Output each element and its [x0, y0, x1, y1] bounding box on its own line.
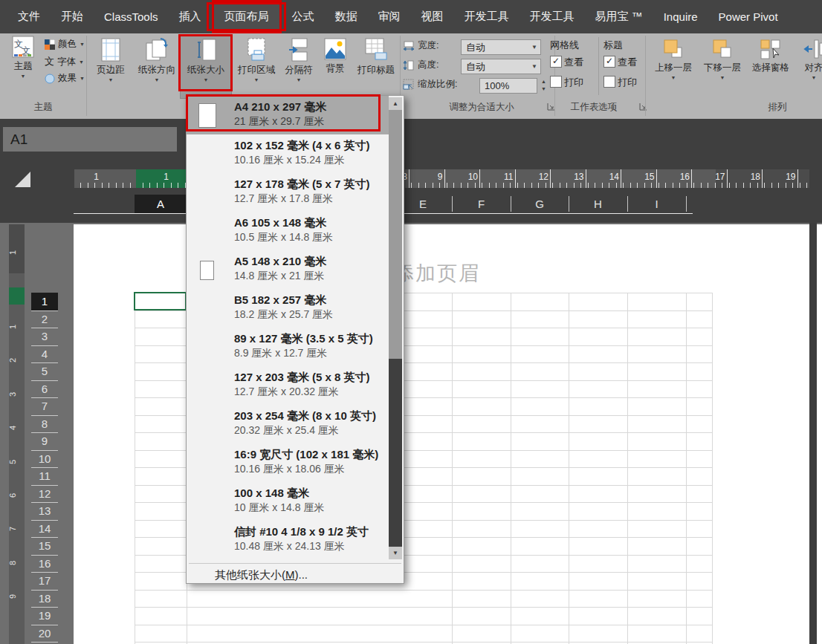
paper-size-button[interactable]: 纸张大小▼: [181, 36, 231, 98]
paper-size-item[interactable]: 16:9 宽尺寸 (102 x 181 毫米)10.16 厘米 x 18.06 …: [187, 443, 389, 482]
width-caret-icon[interactable]: ▼: [531, 44, 537, 51]
paper-size-item[interactable]: 100 x 148 毫米10 厘米 x 14.8 厘米: [187, 482, 389, 521]
row-header-2[interactable]: 2: [31, 310, 58, 328]
tab-开始[interactable]: 开始: [51, 0, 94, 33]
selected-cell-a1[interactable]: [134, 292, 187, 310]
align-button[interactable]: 对齐▼: [795, 36, 822, 98]
select-all-button[interactable]: [15, 172, 30, 187]
sheet-options-dialog-launcher-icon[interactable]: [639, 103, 648, 111]
row-header-8[interactable]: 8: [31, 415, 58, 433]
column-header-H[interactable]: H: [569, 195, 627, 213]
paper-size-item[interactable]: A5 148 x 210 毫米14.8 厘米 x 21 厘米: [187, 250, 389, 289]
scroll-up-icon[interactable]: ▲: [389, 97, 402, 110]
row-header-15[interactable]: 15: [31, 537, 58, 555]
paper-size-item[interactable]: A6 105 x 148 毫米10.5 厘米 x 14.8 厘米: [187, 212, 389, 250]
print-titles-button[interactable]: 打印标题: [353, 36, 399, 98]
row-header-18[interactable]: 18: [31, 590, 58, 608]
tab-易用宝 ™[interactable]: 易用宝 ™: [585, 0, 653, 33]
paper-size-item[interactable]: 127 x 203 毫米 (5 x 8 英寸)12.7 厘米 x 20.32 厘…: [187, 366, 389, 405]
width-field[interactable]: 自动 ▼: [461, 39, 541, 55]
bring-forward-label: 上移一层: [655, 62, 692, 74]
theme-colors-button[interactable]: 颜色▼: [45, 38, 85, 51]
paper-size-item[interactable]: 127 x 178 毫米 (5 x 7 英寸)12.7 厘米 x 17.8 厘米: [187, 173, 389, 212]
theme-fonts-button[interactable]: 文 字体▼: [45, 55, 84, 68]
vruler-number: 2: [8, 358, 17, 362]
paper-size-item[interactable]: 信封 #10 4 1/8 x 9 1/2 英寸10.48 厘米 x 24.13 …: [187, 521, 389, 559]
paper-size-item[interactable]: A4 210 x 297 毫米21 厘米 x 29.7 厘米: [187, 96, 389, 134]
row-header-4[interactable]: 4: [31, 345, 58, 363]
row-header-5[interactable]: 5: [31, 362, 58, 380]
column-header-F[interactable]: F: [452, 195, 511, 213]
print-titles-label: 打印标题: [357, 64, 395, 77]
themes-button[interactable]: 文文 主题 ▼: [6, 36, 40, 98]
row-header-14[interactable]: 14: [31, 520, 58, 538]
vruler-number: 5: [8, 460, 17, 464]
tab-开发工具[interactable]: 开发工具: [454, 0, 520, 33]
row-header-6[interactable]: 6: [31, 380, 58, 398]
selection-pane-button[interactable]: 选择窗格: [748, 36, 794, 98]
tab-审阅[interactable]: 审阅: [368, 0, 411, 33]
add-header-placeholder[interactable]: 添加页眉: [394, 260, 480, 287]
row-header-12[interactable]: 12: [31, 485, 58, 503]
tab-视图[interactable]: 视图: [411, 0, 454, 33]
send-backward-button[interactable]: 下移一层▼: [699, 36, 746, 98]
print-area-button[interactable]: 打印区域▼: [234, 36, 279, 98]
background-button[interactable]: 背景: [319, 36, 352, 98]
worksheet-page[interactable]: [74, 224, 809, 644]
tab-Power Pivot[interactable]: Power Pivot: [708, 0, 789, 33]
breaks-button[interactable]: 分隔符▼: [280, 36, 317, 98]
theme-fonts-icon: 文: [45, 55, 54, 68]
gridlines-view-checkbox[interactable]: ✓: [550, 56, 562, 68]
scale-spinner[interactable]: ▲▼: [541, 78, 546, 93]
row-header-19[interactable]: 19: [31, 607, 58, 625]
paper-size-subtitle: 10 厘米 x 14.8 厘米: [234, 501, 324, 515]
headings-print-checkbox[interactable]: [603, 76, 615, 88]
tab-页面布局[interactable]: 页面布局: [212, 0, 282, 33]
scrollbar-thumb[interactable]: [389, 110, 402, 359]
scroll-down-icon[interactable]: ▼: [389, 547, 402, 559]
row-header-13[interactable]: 13: [31, 502, 58, 520]
row-header-3[interactable]: 3: [31, 328, 58, 345]
paper-size-item[interactable]: B5 182 x 257 毫米18.2 厘米 x 25.7 厘米: [187, 289, 389, 328]
tab-插入[interactable]: 插入: [169, 0, 212, 33]
column-header-A[interactable]: A: [135, 195, 187, 213]
tab-公式[interactable]: 公式: [282, 0, 325, 33]
scale-field[interactable]: 100%: [479, 78, 537, 94]
row-header-16[interactable]: 16: [31, 555, 58, 573]
row-header-1[interactable]: 1: [31, 293, 58, 310]
tab-数据[interactable]: 数据: [325, 0, 368, 33]
tab-Inquire[interactable]: Inquire: [653, 0, 708, 33]
footer-accelerator: M: [285, 568, 295, 581]
vruler-margin-segment: [9, 224, 25, 273]
height-caret-icon[interactable]: ▼: [531, 63, 537, 70]
dropdown-scrollbar[interactable]: ▲ ▼: [389, 97, 402, 559]
name-box[interactable]: A1: [3, 127, 177, 152]
paper-size-item[interactable]: 102 x 152 毫米 (4 x 6 英寸)10.16 厘米 x 15.24 …: [187, 134, 389, 173]
height-field[interactable]: 自动 ▼: [461, 59, 541, 74]
theme-effects-button[interactable]: 效果▼: [45, 72, 85, 85]
column-header-I[interactable]: I: [627, 195, 686, 213]
row-header-17[interactable]: 17: [31, 572, 58, 590]
height-label: 高度:: [418, 59, 438, 71]
tab-开发工具[interactable]: 开发工具: [520, 0, 585, 33]
orientation-button[interactable]: 纸张方向▼: [134, 36, 180, 98]
tab-文件[interactable]: 文件: [7, 0, 51, 33]
paper-size-item[interactable]: 203 x 254 毫米 (8 x 10 英寸)20.32 厘米 x 25.4 …: [187, 405, 389, 443]
margins-button[interactable]: 页边距▼: [89, 36, 132, 98]
bring-forward-button[interactable]: 上移一层▼: [650, 36, 697, 98]
theme-fonts-label: 字体: [57, 56, 76, 68]
row-header-11[interactable]: 11: [31, 467, 58, 485]
tab-ClassTools[interactable]: ClassTools: [94, 0, 169, 33]
row-header-20[interactable]: 20: [31, 625, 58, 643]
row-header-9[interactable]: 9: [31, 432, 58, 450]
column-header-G[interactable]: G: [511, 195, 569, 213]
row-header-10[interactable]: 10: [31, 450, 58, 468]
row-header-7[interactable]: 7: [31, 397, 58, 415]
more-paper-sizes-item[interactable]: 其他纸张大小(M)...: [215, 568, 308, 582]
headings-view-checkbox[interactable]: ✓: [603, 56, 615, 68]
gridlines-print-checkbox[interactable]: [550, 76, 562, 88]
paper-size-item[interactable]: 89 x 127 毫米 (3.5 x 5 英寸)8.9 厘米 x 12.7 厘米: [187, 328, 389, 366]
scale-group-label: 调整为合适大小: [430, 101, 534, 114]
paper-size-caret-icon: ▼: [204, 78, 209, 82]
next-page-edge: [817, 224, 822, 644]
